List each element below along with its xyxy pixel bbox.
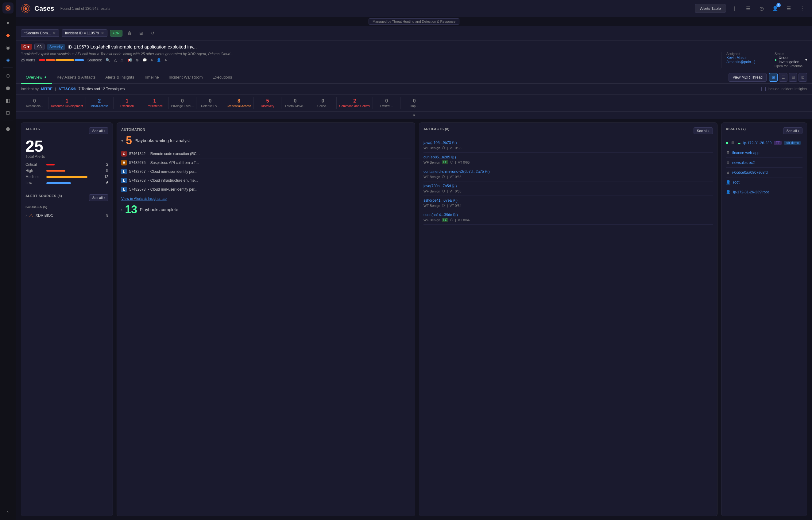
playbook-2[interactable]: H 57482675 - Suspicious API call from a … bbox=[121, 158, 411, 167]
delete-filter-icon[interactable]: 🗑 bbox=[125, 29, 134, 38]
compact-view-icon[interactable]: ▤ bbox=[789, 73, 797, 82]
playbook-1[interactable]: C 57461342 - Remote code execution (RC..… bbox=[121, 150, 411, 158]
clock-icon[interactable]: ◷ bbox=[757, 4, 766, 14]
grid-view-icon[interactable]: ⊞ bbox=[769, 73, 778, 82]
assets-see-all-button[interactable]: See all › bbox=[783, 127, 803, 134]
playbook-5[interactable]: L 57482678 - Cloud non-user identity per… bbox=[121, 185, 411, 194]
incident-id-close[interactable]: ✕ bbox=[101, 31, 104, 35]
artifact-4-copy-icon[interactable]: ⎘ bbox=[452, 184, 454, 188]
artifact-1-name[interactable]: java(a105...9b73 ⎘ ) bbox=[424, 140, 713, 145]
view-alerts-insights-link[interactable]: View in Alerts & Insights tab bbox=[121, 197, 411, 201]
playbook-5-desc: - Cloud non-user identity per... bbox=[148, 187, 197, 191]
include-insights[interactable]: Include Incident Insights bbox=[761, 87, 807, 91]
notification-icon[interactable]: 👤 1 bbox=[770, 4, 780, 14]
tactic-reconnaisance[interactable]: 0 Reconnais... bbox=[21, 97, 49, 109]
sidebar-nav-icon-5[interactable]: ⬡ bbox=[2, 70, 13, 81]
tactic-collection[interactable]: 0 Collec... bbox=[309, 97, 336, 109]
tactic-initial-access[interactable]: 2 Initial Access bbox=[86, 97, 113, 109]
artifact-5-copy-icon[interactable]: ⎘ bbox=[453, 198, 455, 203]
tactic-reconnaisance-count: 0 bbox=[33, 98, 36, 104]
artifacts-see-all-button[interactable]: See all › bbox=[694, 127, 713, 134]
alerts-panel-header: ALERTS See all › bbox=[25, 127, 108, 134]
playbook-4[interactable]: L 57482768 - Cloud infrastructure enume.… bbox=[121, 176, 411, 185]
list-view-icon[interactable]: ☰ bbox=[743, 4, 753, 14]
app-logo[interactable] bbox=[2, 2, 13, 14]
assigned-value[interactable]: Kevin Mastin (kmastin@palo...) bbox=[726, 56, 768, 64]
source-expand-icon[interactable]: › bbox=[25, 213, 27, 218]
alerts-see-all-button[interactable]: See all › bbox=[89, 127, 108, 134]
more-options-icon[interactable]: ⋮ bbox=[797, 4, 807, 14]
tactic-persistence[interactable]: 1 Persistence bbox=[141, 97, 169, 109]
tab-timeline[interactable]: Timeline bbox=[139, 71, 164, 84]
alert-sources-see-all[interactable]: See all › bbox=[89, 194, 108, 201]
sidebar-nav-collapse[interactable]: › bbox=[2, 506, 13, 518]
artifact-5-share-icon[interactable]: ⬡ bbox=[442, 204, 445, 208]
tab-overview[interactable]: Overview ✦ bbox=[21, 71, 52, 84]
sidebar-nav-icon-7[interactable]: ◧ bbox=[2, 95, 13, 106]
tactic-command-control[interactable]: 2 Command and Control bbox=[336, 97, 373, 109]
include-insights-checkbox[interactable] bbox=[761, 87, 766, 91]
asset-6-name[interactable]: ip-172-31-26-239\root bbox=[733, 190, 769, 194]
expand-view-icon[interactable]: ⊡ bbox=[799, 73, 807, 82]
alerts-table-button[interactable]: Alerts Table bbox=[695, 4, 726, 13]
incident-id-filter[interactable]: Incident ID = 119579 ✕ bbox=[62, 29, 107, 37]
asset-5-name[interactable]: root bbox=[733, 180, 739, 184]
tactics-expand-button[interactable]: ▾ bbox=[16, 112, 812, 119]
artifact-1-copy-icon[interactable]: ⎘ bbox=[452, 140, 454, 145]
playbooks-waiting-header[interactable]: ▾ 5 Playbooks waiting for analyst bbox=[121, 132, 411, 150]
tactic-execution-name: Execution bbox=[120, 104, 134, 108]
artifact-2-share-icon[interactable]: ⬡ bbox=[450, 160, 453, 164]
artifact-2-name[interactable]: curl(eb85...a285 ⎘ ) bbox=[424, 155, 713, 159]
tab-alerts-insights[interactable]: Alerts & Insights bbox=[100, 71, 139, 84]
security-domain-filter[interactable]: *Security Dom... ✕ bbox=[21, 29, 59, 37]
sidebar-nav-icon-6[interactable]: ⬢ bbox=[2, 83, 13, 94]
tactic-privilege-escalation[interactable]: 0 Privilege Escal... bbox=[169, 97, 197, 109]
status-value[interactable]: Under Investigation bbox=[779, 56, 804, 64]
sidebar-nav-icon-1[interactable]: ● bbox=[2, 17, 13, 28]
security-domain-close[interactable]: ✕ bbox=[53, 31, 56, 35]
view-mdr-thread-button[interactable]: View MDR Thread bbox=[729, 73, 766, 82]
or-badge[interactable]: +OR bbox=[110, 30, 123, 36]
sidebar-nav-icon-2[interactable]: ◆ bbox=[2, 29, 13, 41]
tactic-defense-evasion[interactable]: 0 Defense Ev... bbox=[196, 97, 224, 109]
asset-2-name[interactable]: finance-web-app bbox=[732, 151, 760, 155]
expand-filter-icon[interactable]: ⊞ bbox=[137, 29, 146, 38]
severity-chevron[interactable]: ▾ bbox=[27, 45, 29, 49]
tactic-impact[interactable]: 0 Imp... bbox=[401, 97, 428, 109]
artifact-6-copy-icon[interactable]: ⎘ bbox=[453, 213, 455, 217]
artifact-4-share-icon[interactable]: ⬡ bbox=[442, 189, 445, 193]
playbook-3[interactable]: L 57482767 - Cloud non-user identity per… bbox=[121, 167, 411, 176]
asset-4-name[interactable]: i-0cdce0aa0807e03fd bbox=[732, 171, 767, 175]
playbooks-complete-header[interactable]: › 13 Playbooks complete bbox=[121, 201, 411, 218]
artifact-5-name[interactable]: sshd(ce41...07ea ⎘ ) bbox=[424, 198, 713, 203]
artifact-1-share-icon[interactable]: ⬡ bbox=[442, 146, 445, 150]
sidebar-nav-icon-9[interactable]: ⬣ bbox=[2, 123, 13, 134]
status-chevron[interactable]: ▾ bbox=[805, 58, 807, 62]
tactic-discovery[interactable]: 5 Discovery bbox=[254, 97, 281, 109]
tab-executions[interactable]: Executions bbox=[208, 71, 237, 84]
incident-title[interactable]: ID-119579 Log4shell vulnerable prod appl… bbox=[67, 44, 807, 49]
tactic-resource-development[interactable]: 1 Resource Development bbox=[49, 97, 86, 109]
asset-3-name[interactable]: newsales-ec2 bbox=[732, 160, 755, 165]
tab-key-assets[interactable]: Key Assets & Artifacts bbox=[52, 71, 100, 84]
asset-1-name[interactable]: ip-172-31-26-239 bbox=[743, 141, 772, 145]
sidebar-nav-icon-8[interactable]: ⊞ bbox=[2, 107, 13, 118]
tactic-credential-access[interactable]: 8 Credential Access bbox=[224, 97, 254, 109]
tactic-execution[interactable]: 1 Execution bbox=[113, 97, 141, 109]
automation-panel: AUTOMATION ▾ 5 Playbooks waiting for ana… bbox=[117, 123, 415, 516]
tactic-lateral-movement[interactable]: 0 Lateral Move... bbox=[281, 97, 309, 109]
artifact-6-share-icon[interactable]: ⬡ bbox=[450, 218, 453, 222]
artifact-4-name[interactable]: java(730a...7a5d ⎘ ) bbox=[424, 184, 713, 188]
refresh-icon[interactable]: ↺ bbox=[148, 29, 157, 38]
artifact-3-copy-icon[interactable]: ⎘ bbox=[485, 170, 487, 174]
artifact-2-copy-icon[interactable]: ⎘ bbox=[452, 155, 454, 159]
artifact-3-share-icon[interactable]: ⬡ bbox=[442, 175, 445, 179]
sidebar-nav-icon-4[interactable]: ◈ bbox=[2, 54, 13, 65]
artifact-3-name[interactable]: containerd-shim-runc-v2(6b7d...2a75 ⎘ ) bbox=[424, 170, 713, 174]
tab-incident-war-room[interactable]: Incident War Room bbox=[164, 71, 208, 84]
artifact-6-name[interactable]: sudo(aa14...39dc ⎘ ) bbox=[424, 213, 713, 217]
menu-icon[interactable]: ☰ bbox=[784, 4, 793, 14]
tactic-exfiltration[interactable]: 0 Exfiltrat... bbox=[373, 97, 401, 109]
list-view-icon[interactable]: ☰ bbox=[779, 73, 787, 82]
sidebar-nav-icon-3[interactable]: ◉ bbox=[2, 42, 13, 53]
